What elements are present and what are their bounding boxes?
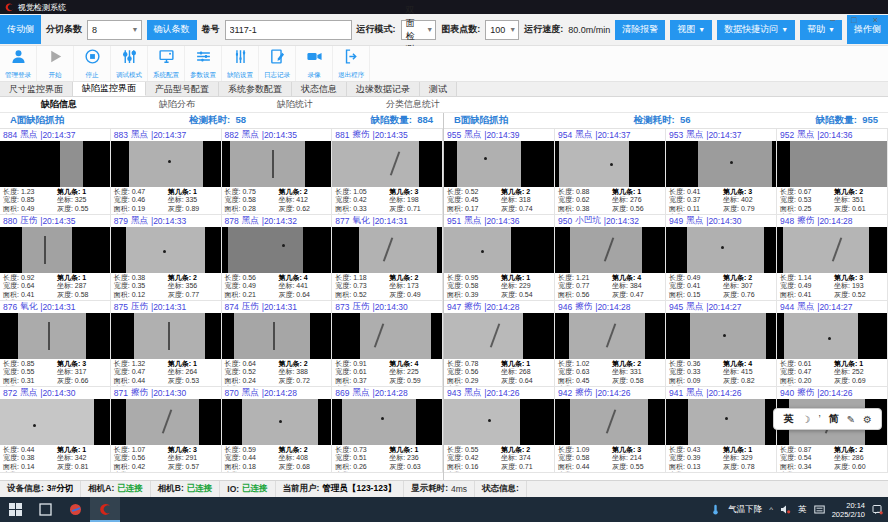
defect-image[interactable] [0, 141, 110, 187]
defect-cell[interactable]: 869黑点|20:14:28长度: 0.73宽度: 0.51面积: 0.26米数… [332, 387, 443, 473]
notification-icon[interactable] [872, 504, 883, 515]
defect-image[interactable] [332, 227, 442, 273]
tab-5[interactable]: 边缘数据记录 [347, 82, 420, 96]
subtab-3[interactable]: 分类信息统计 [354, 97, 472, 112]
defect-cell[interactable]: 874压伤|20:14:31长度: 0.64宽度: 0.52面积: 0.24米数… [222, 301, 333, 387]
defect-image[interactable] [332, 141, 442, 187]
defect-image[interactable] [111, 141, 221, 187]
toolbar-button-exit[interactable]: 退出程序 [333, 46, 370, 81]
ime-settings-icon[interactable]: ⚙ [863, 414, 872, 425]
view-menu-button[interactable]: 视图▼ [670, 20, 712, 40]
defect-cell[interactable]: 945黑点|20:14:27长度: 0.36宽度: 0.33面积: 0.09米数… [666, 301, 777, 387]
toolbar-button-user[interactable]: 管理登录 [0, 46, 37, 81]
minimize-button[interactable]: – [830, 15, 835, 25]
taskbar-app-inspection[interactable] [90, 497, 120, 522]
defect-image[interactable] [555, 313, 665, 359]
defect-image[interactable] [444, 141, 554, 187]
toolbar-button-stop[interactable]: 停止 [74, 46, 111, 81]
defect-image[interactable] [555, 227, 665, 273]
tab-3[interactable]: 系统参数配置 [219, 82, 292, 96]
defect-cell[interactable]: 877氧化|20:14:31长度: 1.18宽度: 0.73面积: 0.52米数… [332, 215, 443, 301]
defect-cell[interactable]: 940擦伤|20:14:26长度: 0.87宽度: 0.54面积: 0.34米数… [777, 387, 888, 473]
hidden-icons-button[interactable]: ^ [769, 505, 773, 514]
toolbar-button-params[interactable]: 参数设置 [185, 46, 222, 81]
slit-count-select[interactable]: 8▼ [87, 20, 142, 40]
weather-text[interactable]: 气温下降 [728, 504, 762, 516]
defect-image[interactable] [222, 399, 332, 445]
defect-cell[interactable]: 942擦伤|20:14:26长度: 1.09宽度: 0.58面积: 0.44米数… [555, 387, 666, 473]
defect-cell[interactable]: 882黑点|20:14:35长度: 0.75宽度: 0.58面积: 0.28米数… [222, 129, 333, 215]
defect-cell[interactable]: 880压伤|20:14:35长度: 0.92宽度: 0.64面积: 0.41米数… [0, 215, 111, 301]
task-view-button[interactable] [30, 497, 60, 522]
defect-image[interactable] [666, 227, 776, 273]
tab-4[interactable]: 状态信息 [292, 82, 347, 96]
defect-cell[interactable]: 944黑点|20:14:27长度: 0.61宽度: 0.47面积: 0.20米数… [777, 301, 888, 387]
tab-0[interactable]: 尺寸监控界面 [0, 82, 73, 96]
chart-points-select[interactable]: 100▼ [485, 20, 519, 40]
taskbar-clock[interactable]: 20:14 2025/2/10 [832, 501, 865, 519]
toolbar-button-play[interactable]: 开始 [37, 46, 74, 81]
quick-access-menu-button[interactable]: 数据快捷访问▼ [717, 20, 795, 40]
defect-cell[interactable]: 946擦伤|20:14:28长度: 1.02宽度: 0.63面积: 0.45米数… [555, 301, 666, 387]
taskbar-app-browser[interactable] [60, 497, 90, 522]
confirm-count-button[interactable]: 确认条数 [147, 20, 197, 40]
defect-cell[interactable]: 948擦伤|20:14:28长度: 1.14宽度: 0.49面积: 0.41米数… [777, 215, 888, 301]
defect-cell[interactable]: 952黑点|20:14:36长度: 0.67宽度: 0.53面积: 0.25米数… [777, 129, 888, 215]
defect-image[interactable] [222, 313, 332, 359]
defect-image[interactable] [555, 141, 665, 187]
defect-cell[interactable]: 878黑点|20:14:32长度: 0.56宽度: 0.49面积: 0.21米数… [222, 215, 333, 301]
defect-image[interactable] [0, 227, 110, 273]
subtab-0[interactable]: 缺陷信息 [0, 97, 118, 112]
close-button[interactable]: × [873, 15, 878, 25]
subtab-1[interactable]: 缺陷分布 [118, 97, 236, 112]
ime-punct-icon[interactable]: ’ [818, 414, 820, 425]
ime-mode-icon[interactable] [814, 504, 825, 515]
defect-image[interactable] [444, 399, 554, 445]
defect-cell[interactable]: 947擦伤|20:14:28长度: 0.78宽度: 0.56面积: 0.29米数… [444, 301, 555, 387]
defect-cell[interactable]: 949黑点|20:14:30长度: 0.49宽度: 0.41面积: 0.15米数… [666, 215, 777, 301]
defect-image[interactable] [111, 399, 221, 445]
maximize-button[interactable]: □ [851, 15, 856, 25]
defect-image[interactable] [666, 141, 776, 187]
start-button[interactable] [0, 497, 30, 522]
subtab-2[interactable]: 缺陷统计 [236, 97, 354, 112]
defect-image[interactable] [111, 313, 221, 359]
defect-cell[interactable]: 950小凹坑|20:14:32长度: 1.21宽度: 0.77面积: 0.56米… [555, 215, 666, 301]
toolbar-button-debug[interactable]: 调试模式 [111, 46, 148, 81]
defect-cell[interactable]: 871擦伤|20:14:30长度: 1.07宽度: 0.56面积: 0.42米数… [111, 387, 222, 473]
ime-halfwidth-icon[interactable]: ☽ [801, 414, 810, 425]
defect-image[interactable] [222, 141, 332, 187]
toolbar-button-record[interactable]: 录像 [296, 46, 333, 81]
defect-image[interactable] [777, 313, 887, 359]
defect-cell[interactable]: 875压伤|20:14:31长度: 1.32宽度: 0.47面积: 0.44米数… [111, 301, 222, 387]
defect-image[interactable] [0, 313, 110, 359]
defect-cell[interactable]: 870黑点|20:14:28长度: 0.59宽度: 0.44面积: 0.18米数… [222, 387, 333, 473]
defect-cell[interactable]: 953黑点|20:14:37长度: 0.41宽度: 0.37面积: 0.11米数… [666, 129, 777, 215]
defect-cell[interactable]: 883黑点|20:14:37长度: 0.47宽度: 0.46面积: 0.19米数… [111, 129, 222, 215]
defect-cell[interactable]: 879黑点|20:14:33长度: 0.38宽度: 0.35面积: 0.12米数… [111, 215, 222, 301]
tab-1[interactable]: 缺陷监控界面 [73, 82, 146, 96]
defect-cell[interactable]: 873压伤|20:14:30长度: 0.91宽度: 0.61面积: 0.37米数… [332, 301, 443, 387]
run-mode-select[interactable]: 双面检测▼ [401, 20, 437, 40]
defect-image[interactable] [0, 399, 110, 445]
defect-cell[interactable]: 955黑点|20:14:39长度: 0.52宽度: 0.45面积: 0.17米数… [444, 129, 555, 215]
tab-6[interactable]: 测试 [420, 82, 457, 96]
defect-cell[interactable]: 872黑点|20:14:30长度: 0.44宽度: 0.38面积: 0.14米数… [0, 387, 111, 473]
defect-image[interactable] [555, 399, 665, 445]
language-indicator[interactable]: 英 [798, 504, 807, 516]
volume-muted-icon[interactable] [780, 504, 791, 515]
defect-image[interactable] [332, 399, 442, 445]
defect-image[interactable] [111, 227, 221, 273]
roll-number-input[interactable] [225, 20, 352, 40]
defect-image[interactable] [444, 313, 554, 359]
tab-2[interactable]: 产品型号配置 [146, 82, 219, 96]
toolbar-button-log[interactable]: 日志记录 [259, 46, 296, 81]
toolbar-button-defect[interactable]: 缺陷设置 [222, 46, 259, 81]
defect-image[interactable] [332, 313, 442, 359]
defect-cell[interactable]: 876氧化|20:14:31长度: 0.85宽度: 0.55面积: 0.31米数… [0, 301, 111, 387]
ime-simplified-toggle[interactable]: 简 [829, 412, 839, 426]
defect-cell[interactable]: 943黑点|20:14:26长度: 0.55宽度: 0.42面积: 0.16米数… [444, 387, 555, 473]
ime-tools-icon[interactable]: ✎ [847, 414, 855, 425]
defect-image[interactable] [777, 141, 887, 187]
defect-image[interactable] [666, 313, 776, 359]
